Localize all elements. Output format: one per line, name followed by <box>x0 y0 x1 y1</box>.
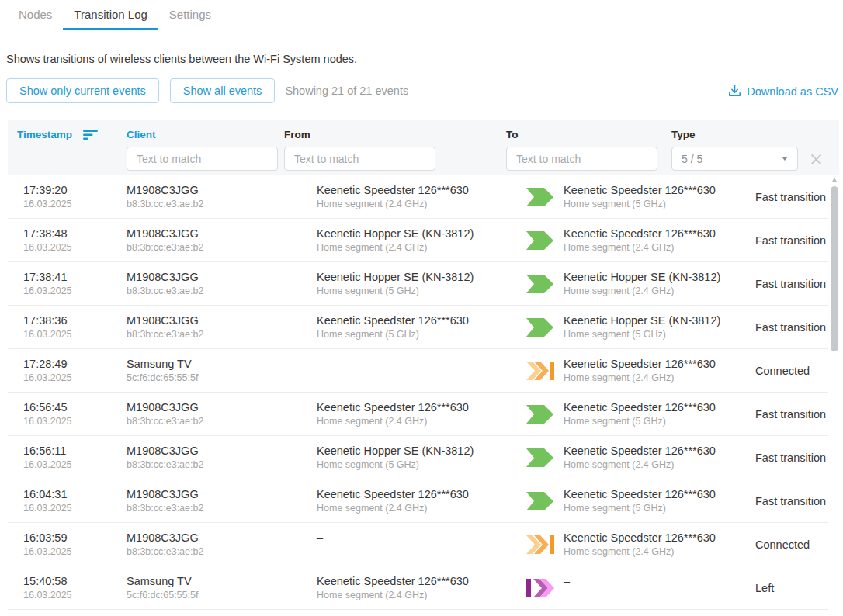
to-node: Keenetic Hopper SE (KN-3812) <box>564 313 755 328</box>
table-body: 17:39:20 16.03.2025 M1908C3JGG b8:3b:cc:… <box>8 175 828 610</box>
tab-nodes[interactable]: Nodes <box>8 2 63 29</box>
to-node: Keenetic Speedster 126***630 <box>564 356 755 372</box>
sort-descending-icon <box>83 130 99 140</box>
event-type: Fast transition <box>755 278 828 290</box>
from-node: Keenetic Speedster 126***630 <box>317 573 510 589</box>
event-date: 16.03.2025 <box>23 545 127 559</box>
to-node: – <box>564 573 755 589</box>
from-segment <box>317 545 510 559</box>
type-filter-select[interactable]: 5 / 5 <box>671 147 798 171</box>
client-mac: b8:3b:cc:e3:ae:b2 <box>127 241 317 254</box>
to-node: Keenetic Speedster 126***630 <box>564 443 755 459</box>
client-name: M1908C3JGG <box>127 226 317 241</box>
left-icon <box>526 578 554 598</box>
fast-transition-icon <box>526 491 554 511</box>
download-csv-link[interactable]: Download as CSV <box>728 85 838 98</box>
download-csv-label: Download as CSV <box>747 85 838 98</box>
client-name: Samsung TV <box>127 573 317 589</box>
column-header-from: From <box>284 129 310 140</box>
column-header-timestamp[interactable]: Timestamp <box>17 129 99 140</box>
to-segment: Home segment (2.4 GHz) <box>564 545 755 559</box>
from-segment: Home segment (5 GHz) <box>317 328 510 341</box>
client-mac: b8:3b:cc:e3:ae:b2 <box>127 285 317 298</box>
to-segment: Home segment (2.4 GHz) <box>564 241 755 254</box>
from-node: – <box>317 356 510 372</box>
event-date: 16.03.2025 <box>23 589 127 602</box>
to-segment: Home segment (5 GHz) <box>564 415 755 428</box>
from-segment <box>317 372 510 385</box>
client-name: M1908C3JGG <box>127 486 317 502</box>
clear-filters-button[interactable] <box>808 151 824 168</box>
timestamp-header-label: Timestamp <box>17 129 72 140</box>
event-date: 16.03.2025 <box>23 415 127 428</box>
page-description: Shows transitions of wireless clients be… <box>6 53 357 65</box>
from-node: Keenetic Hopper SE (KN-3812) <box>317 443 510 459</box>
connected-icon <box>526 535 554 555</box>
table-row: 17:38:48 16.03.2025 M1908C3JGG b8:3b:cc:… <box>8 219 828 262</box>
show-all-events-button[interactable]: Show all events <box>170 78 276 103</box>
to-segment: Home segment (5 GHz) <box>564 198 755 211</box>
to-node: Keenetic Hopper SE (KN-3812) <box>564 269 755 285</box>
client-mac: b8:3b:cc:e3:ae:b2 <box>127 328 317 341</box>
client-mac: b8:3b:cc:e3:ae:b2 <box>127 545 317 559</box>
event-date: 16.03.2025 <box>23 328 127 341</box>
show-current-events-button[interactable]: Show only current events <box>6 78 159 103</box>
event-type: Connected <box>755 538 828 551</box>
to-segment: Home segment (2.4 GHz) <box>564 372 755 385</box>
table-row: 15:40:58 16.03.2025 Samsung TV 5c:f6:dc:… <box>8 566 828 610</box>
client-filter-input[interactable] <box>127 147 278 171</box>
close-icon <box>808 151 824 168</box>
from-segment: Home segment (2.4 GHz) <box>317 589 510 602</box>
client-name: M1908C3JGG <box>127 530 317 545</box>
column-header-to: To <box>506 129 519 140</box>
event-time: 17:38:41 <box>23 269 127 285</box>
to-node: Keenetic Speedster 126***630 <box>564 486 755 502</box>
from-filter-input[interactable] <box>284 147 435 171</box>
client-name: Samsung TV <box>127 356 317 372</box>
event-date: 16.03.2025 <box>23 241 127 254</box>
event-date: 16.03.2025 <box>23 372 127 385</box>
to-segment <box>564 589 755 602</box>
event-time: 15:40:58 <box>23 573 127 589</box>
column-header-client: Client <box>127 129 156 140</box>
event-time: 16:56:11 <box>23 443 127 459</box>
event-time: 17:38:36 <box>23 313 127 328</box>
vertical-scrollbar[interactable] <box>831 178 839 613</box>
fast-transition-icon <box>526 274 554 294</box>
to-filter-input[interactable] <box>506 147 657 171</box>
scrollbar-thumb[interactable] <box>831 186 838 351</box>
client-mac: b8:3b:cc:e3:ae:b2 <box>127 415 317 428</box>
to-node: Keenetic Speedster 126***630 <box>564 530 755 545</box>
table-row: 17:38:41 16.03.2025 M1908C3JGG b8:3b:cc:… <box>8 262 828 306</box>
event-time: 16:56:45 <box>23 400 127 415</box>
tab-transition-log[interactable]: Transition Log <box>63 2 158 30</box>
table-row: 16:03:59 16.03.2025 M1908C3JGG b8:3b:cc:… <box>8 523 828 566</box>
events-count-text: Showing 21 of 21 events <box>285 85 408 97</box>
table-row: 17:38:36 16.03.2025 M1908C3JGG b8:3b:cc:… <box>8 306 828 349</box>
event-time: 17:38:48 <box>23 226 127 241</box>
table-row: 17:28:49 16.03.2025 Samsung TV 5c:f6:dc:… <box>8 349 828 393</box>
fast-transition-icon <box>526 404 554 424</box>
event-date: 16.03.2025 <box>23 285 127 298</box>
from-node: Keenetic Speedster 126***630 <box>317 313 510 328</box>
type-filter-value: 5 / 5 <box>682 153 782 165</box>
event-time: 17:39:20 <box>23 182 127 198</box>
table-header: Timestamp Client From To Type 5 / 5 <box>8 120 839 175</box>
connected-icon <box>526 361 554 381</box>
event-type: Fast transition <box>755 234 828 247</box>
fast-transition-icon <box>526 448 554 468</box>
to-segment: Home segment (5 GHz) <box>564 502 755 515</box>
client-mac: b8:3b:cc:e3:ae:b2 <box>127 502 317 515</box>
fast-transition-icon <box>526 187 554 207</box>
tab-settings[interactable]: Settings <box>158 2 222 29</box>
client-name: M1908C3JGG <box>127 313 317 328</box>
event-date: 16.03.2025 <box>23 459 127 472</box>
scroll-up-arrow-icon[interactable] <box>832 178 837 182</box>
from-segment: Home segment (5 GHz) <box>317 459 510 472</box>
from-node: – <box>317 530 510 545</box>
from-segment: Home segment (2.4 GHz) <box>317 502 510 515</box>
client-name: M1908C3JGG <box>127 182 317 198</box>
event-type: Fast transition <box>755 495 828 507</box>
from-node: Keenetic Speedster 126***630 <box>317 182 510 198</box>
tab-bar: Nodes Transition Log Settings <box>8 2 222 29</box>
